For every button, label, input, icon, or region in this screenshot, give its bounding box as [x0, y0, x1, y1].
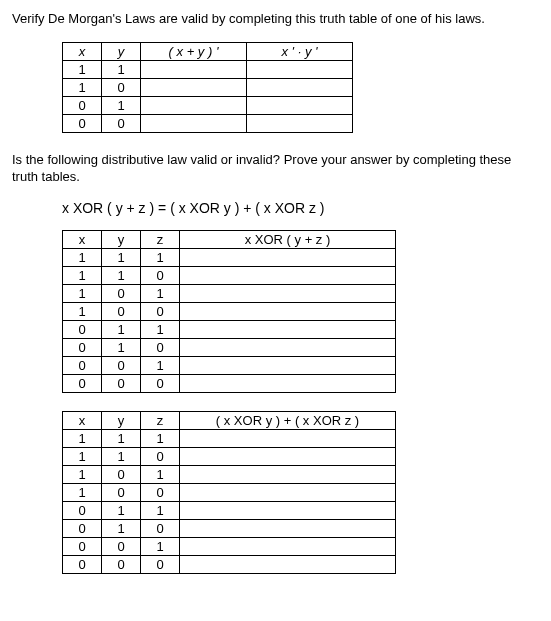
cell-y: 1	[102, 447, 141, 465]
cell-blank[interactable]	[247, 60, 353, 78]
cell-x: 1	[63, 302, 102, 320]
demorgan-table: x y ( x + y ) ' x ' · y ' 1 1 1 0 0 1 0 …	[62, 42, 353, 133]
table-header-row: x y z x XOR ( y + z )	[63, 230, 396, 248]
cell-x: 0	[63, 338, 102, 356]
cell-z: 0	[141, 555, 180, 573]
cell-blank[interactable]	[180, 284, 396, 302]
table-row: 0 1 1	[63, 501, 396, 519]
cell-blank[interactable]	[180, 429, 396, 447]
cell-blank[interactable]	[247, 78, 353, 96]
cell-z: 1	[141, 248, 180, 266]
cell-blank[interactable]	[180, 356, 396, 374]
cell-blank[interactable]	[141, 96, 247, 114]
cell-blank[interactable]	[180, 338, 396, 356]
cell-x: 0	[63, 114, 102, 132]
cell-x: 0	[63, 320, 102, 338]
cell-y: 1	[102, 60, 141, 78]
cell-y: 1	[102, 248, 141, 266]
table-row: 0 1 0	[63, 338, 396, 356]
cell-y: 0	[102, 78, 141, 96]
table-row: 1 1 0	[63, 266, 396, 284]
table-row: 1 0	[63, 78, 353, 96]
cell-y: 1	[102, 519, 141, 537]
cell-x: 1	[63, 447, 102, 465]
table-row: 0 1 0	[63, 519, 396, 537]
cell-z: 0	[141, 302, 180, 320]
col-xprime-and-yprime: x ' · y '	[247, 42, 353, 60]
table-row: 0 1	[63, 96, 353, 114]
cell-z: 1	[141, 429, 180, 447]
cell-blank[interactable]	[180, 447, 396, 465]
table-row: 0 0 1	[63, 356, 396, 374]
cell-x: 0	[63, 555, 102, 573]
cell-blank[interactable]	[180, 501, 396, 519]
cell-blank[interactable]	[141, 60, 247, 78]
table-row: 0 0	[63, 114, 353, 132]
table-row: 1 0 0	[63, 302, 396, 320]
cell-x: 1	[63, 60, 102, 78]
col-y: y	[102, 42, 141, 60]
cell-x: 0	[63, 356, 102, 374]
cell-x: 1	[63, 266, 102, 284]
cell-blank[interactable]	[141, 114, 247, 132]
cell-x: 0	[63, 519, 102, 537]
cell-z: 0	[141, 519, 180, 537]
cell-y: 1	[102, 338, 141, 356]
col-x: x	[63, 230, 102, 248]
cell-z: 0	[141, 483, 180, 501]
table-header-row: x y z ( x XOR y ) + ( x XOR z )	[63, 411, 396, 429]
cell-y: 0	[102, 302, 141, 320]
cell-x: 1	[63, 465, 102, 483]
xor-table-rhs: x y z ( x XOR y ) + ( x XOR z ) 1 1 1 1 …	[62, 411, 396, 574]
col-result: x XOR ( y + z )	[180, 230, 396, 248]
cell-y: 0	[102, 356, 141, 374]
col-xplusy-prime: ( x + y ) '	[141, 42, 247, 60]
cell-y: 0	[102, 555, 141, 573]
cell-z: 1	[141, 356, 180, 374]
cell-x: 0	[63, 501, 102, 519]
cell-blank[interactable]	[180, 519, 396, 537]
cell-blank[interactable]	[180, 320, 396, 338]
cell-blank[interactable]	[180, 266, 396, 284]
cell-z: 0	[141, 338, 180, 356]
q2-instruction: Is the following distributive law valid …	[12, 151, 539, 186]
cell-blank[interactable]	[180, 302, 396, 320]
cell-x: 0	[63, 374, 102, 392]
cell-x: 1	[63, 429, 102, 447]
cell-y: 0	[102, 284, 141, 302]
table-row: 1 0 0	[63, 483, 396, 501]
table-row: 0 0 0	[63, 555, 396, 573]
cell-blank[interactable]	[141, 78, 247, 96]
table-row: 1 0 1	[63, 284, 396, 302]
cell-y: 0	[102, 465, 141, 483]
col-z: z	[141, 230, 180, 248]
cell-z: 0	[141, 374, 180, 392]
cell-y: 1	[102, 320, 141, 338]
cell-blank[interactable]	[247, 114, 353, 132]
cell-blank[interactable]	[180, 537, 396, 555]
cell-blank[interactable]	[180, 465, 396, 483]
cell-y: 0	[102, 374, 141, 392]
table-row: 1 1	[63, 60, 353, 78]
cell-blank[interactable]	[180, 483, 396, 501]
cell-z: 1	[141, 320, 180, 338]
cell-z: 0	[141, 266, 180, 284]
cell-x: 1	[63, 78, 102, 96]
cell-blank[interactable]	[180, 555, 396, 573]
xor-table-lhs: x y z x XOR ( y + z ) 1 1 1 1 1 0 1 0 1 …	[62, 230, 396, 393]
cell-y: 1	[102, 501, 141, 519]
cell-y: 1	[102, 96, 141, 114]
col-x: x	[63, 411, 102, 429]
table-row: 1 1 1	[63, 429, 396, 447]
cell-z: 1	[141, 465, 180, 483]
cell-blank[interactable]	[247, 96, 353, 114]
cell-blank[interactable]	[180, 374, 396, 392]
col-z: z	[141, 411, 180, 429]
cell-y: 0	[102, 483, 141, 501]
cell-y: 1	[102, 429, 141, 447]
cell-x: 0	[63, 537, 102, 555]
table-row: 0 0 0	[63, 374, 396, 392]
cell-y: 1	[102, 266, 141, 284]
cell-x: 1	[63, 248, 102, 266]
cell-blank[interactable]	[180, 248, 396, 266]
